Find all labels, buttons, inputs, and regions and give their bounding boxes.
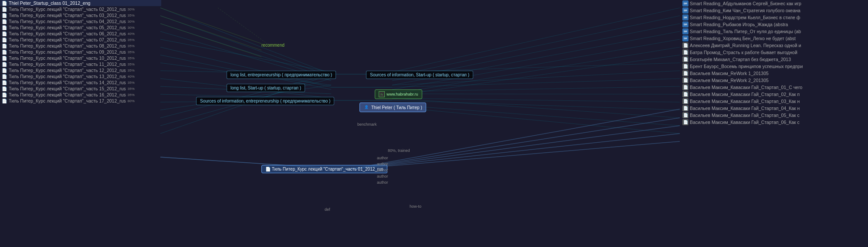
right-file-item[interactable]: 📄Васильев Максим_Кавасаки Гай_Стартап_01…: [681, 84, 868, 91]
right-file-item[interactable]: 📄Васильев Максим_ReWork 2_201305: [681, 77, 868, 84]
left-file-item[interactable]: 📄Тиль Питер_Курс лекций "Стартап"_часть …: [0, 43, 161, 49]
node-long-list-startup[interactable]: long list, Start-up ( startup, стартап ): [227, 84, 305, 92]
left-file-item[interactable]: 📄Тиль Питер_Курс лекций "Стартап"_часть …: [0, 61, 161, 67]
right-file-item[interactable]: 📄Васильев Максим_Кавасаки Гай_Стартап_06…: [681, 119, 868, 126]
pct-label: 80%: [128, 99, 135, 103]
left-file-item[interactable]: 📄Тиль Питер_Курс лекций "Стартап"_часть …: [0, 98, 161, 104]
right-file-item[interactable]: SRSmart Reading_Рыбаков Игорь_Жажда (abs…: [681, 21, 868, 28]
left-file-item[interactable]: 📄Тиль Питер_Курс лекций "Стартап"_часть …: [0, 37, 161, 43]
file-icon: 📄: [2, 80, 7, 85]
pct-label: 35%: [128, 44, 135, 48]
node-sources-entrepreneurship[interactable]: Sources of information, entrepreneurship…: [196, 97, 334, 105]
left-file-item[interactable]: 📄Тиль Питер_Курс лекций "Стартап"_часть …: [0, 92, 161, 98]
right-file-label: Алексеев Дмитрий_Running Lean. Пересказ …: [690, 43, 801, 48]
file-icon: 📄: [2, 44, 7, 48]
right-file-label: Васильев Максим_ReWork 2_201305: [690, 78, 769, 83]
right-file-label: Smart Reading_Рыбаков Игорь_Жажда (abstr…: [690, 22, 788, 27]
pct-label: 35%: [128, 81, 135, 85]
file-label: Тиль Питер_Курс лекций "Стартап"_часть 1…: [9, 86, 126, 91]
file-label: Тиль Питер_Курс лекций "Стартап"_часть 1…: [9, 74, 126, 79]
right-file-item[interactable]: 📄Брент Бауэрс_Восемь принципов успешных …: [681, 63, 868, 70]
left-file-item[interactable]: 📄Тиль Питер_Курс лекций "Стартап"_часть …: [0, 79, 161, 86]
right-file-item[interactable]: 📄Батра Промод_Страсть к работе бывает вы…: [681, 49, 868, 56]
left-file-item[interactable]: 📄Тиль Питер_Курс лекций "Стартап"_часть …: [0, 67, 161, 73]
pct-label: 35%: [128, 56, 135, 60]
file-label: Тиль Питер_Курс лекций "Стартап"_часть 1…: [9, 92, 126, 97]
file-label: Thiel Peter_Startup_class 01_2012_eng: [9, 0, 90, 6]
left-file-item[interactable]: 📄Тиль Питер_Курс лекций "Стартап"_часть …: [0, 49, 161, 55]
file-icon: 📄: [2, 99, 7, 103]
right-file-icon: 📄: [682, 49, 688, 55]
left-file-item[interactable]: 📄Тиль Питер_Курс лекций "Стартап"_часть …: [0, 55, 161, 61]
node-habrahabr[interactable]: h www.habrahabr.ru: [375, 89, 422, 99]
right-file-label: Smart Reading_Ким Чан_Стратегия голубого…: [690, 8, 800, 13]
pct-label: 30%: [128, 7, 135, 11]
right-file-item[interactable]: 📄Васильев Максим_ReWork 1_201305: [681, 70, 868, 77]
pct-label: 35%: [128, 62, 135, 66]
recommend-label: recommend: [261, 43, 285, 48]
file-icon: 📄: [2, 50, 7, 55]
right-file-icon: 📄: [682, 70, 688, 76]
left-file-item[interactable]: 📄Тиль Питер_Курс лекций "Стартап"_часть …: [0, 86, 161, 92]
left-file-item[interactable]: 📄Тиль Питер_Курс лекций "Стартап"_часть …: [0, 6, 161, 12]
benchmark-label: benchmark: [357, 122, 377, 127]
pct-label: 35%: [128, 14, 135, 17]
right-file-label: Smart Reading_Тиль Питер_От нуля до един…: [690, 29, 801, 34]
pct-label: 30%: [128, 20, 135, 24]
right-file-label: Smart Reading_Хоровиц Бен_Легко не будет…: [690, 36, 796, 41]
file-icon: 📄: [2, 68, 7, 73]
left-file-item[interactable]: 📄Тиль Питер_Курс лекций "Стартап"_часть …: [0, 73, 161, 79]
right-file-icon: SR: [682, 14, 688, 21]
file-label: Тиль Питер_Курс лекций "Стартап"_часть 0…: [9, 49, 126, 55]
file-icon: 📄: [2, 7, 7, 12]
file-icon: 📄: [2, 74, 7, 79]
pct-label: 35%: [128, 38, 135, 42]
pct-label: 35%: [128, 69, 135, 72]
left-file-item[interactable]: 📄Тиль Питер_Курс лекций "Стартап"_часть …: [0, 18, 161, 24]
right-file-label: Васильев Максим_ReWork 1_201305: [690, 71, 769, 76]
file-icon: 📄: [2, 25, 7, 30]
right-file-item[interactable]: SRSmart Reading_Абдульманов Сергей_Бизне…: [681, 0, 868, 7]
right-file-icon: 📄: [682, 42, 688, 48]
right-file-icon: 📄: [682, 56, 688, 62]
file-label: Тиль Питер_Курс лекций "Стартап"_часть 0…: [9, 31, 126, 36]
right-file-icon: SR: [682, 35, 688, 41]
right-file-icon: 📄: [682, 84, 688, 90]
node-long-list-entrepreneurship[interactable]: long list, entrepreneurship ( предприним…: [227, 71, 336, 79]
right-file-icon: SR: [682, 0, 688, 7]
pct-label: 40%: [128, 75, 135, 79]
right-file-label: Smart Reading_Абдульманов Сергей_Бизнес …: [690, 1, 801, 6]
pct-label: 35%: [128, 87, 135, 91]
right-file-item[interactable]: SRSmart Reading_Хоровиц Бен_Легко не буд…: [681, 35, 868, 42]
right-file-label: Васильев Максим_Кавасаки Гай_Стартап_04_…: [690, 106, 800, 111]
right-file-item[interactable]: 📄Васильев Максим_Кавасаки Гай_Стартап_03…: [681, 98, 868, 105]
right-file-item[interactable]: 📄Алексеев Дмитрий_Running Lean. Пересказ…: [681, 42, 868, 49]
left-file-item[interactable]: 📄Тиль Питер_Курс лекций "Стартап"_часть …: [0, 31, 161, 37]
left-file-item[interactable]: 📄Thiel Peter_Startup_class 01_2012_eng: [0, 0, 161, 6]
left-file-item[interactable]: 📄Тиль Питер_Курс лекций "Стартап"_часть …: [0, 12, 161, 18]
right-file-label: Батра Промод_Страсть к работе бывает выг…: [690, 50, 797, 55]
file-label: Тиль Питер_Курс лекций "Стартап"_часть 1…: [9, 55, 126, 61]
file-icon: 📄: [2, 38, 7, 42]
node-sources-startup[interactable]: Sources of information, Start-up ( start…: [366, 71, 473, 79]
right-file-item[interactable]: SRSmart Reading_Нордстрем Кьелл_Бизнес в…: [681, 14, 868, 21]
right-file-item[interactable]: SRSmart Reading_Тиль Питер_От нуля до ед…: [681, 28, 868, 35]
file-label: Тиль Питер_Курс лекций "Стартап"_часть 0…: [9, 19, 126, 24]
right-file-label: Smart Reading_Нордстрем Кьелл_Бизнес в с…: [690, 15, 800, 20]
right-file-icon: 📄: [682, 119, 688, 125]
file-label: Тиль Питер_Курс лекций "Стартап"_часть 0…: [9, 37, 126, 42]
left-file-item[interactable]: 📄Тиль Питер_Курс лекций "Стартап"_часть …: [0, 24, 161, 31]
right-file-icon: 📄: [682, 63, 688, 69]
file-label: Тиль Питер_Курс лекций "Стартап"_часть 1…: [9, 98, 126, 103]
right-file-item[interactable]: SRSmart Reading_Ким Чан_Стратегия голубо…: [681, 7, 868, 14]
right-file-item[interactable]: 📄Богатырёв Михаил_Стартап без бюджета_20…: [681, 56, 868, 63]
right-file-item[interactable]: 📄Васильев Максим_Кавасаки Гай_Стартап_04…: [681, 105, 868, 112]
file-label: Тиль Питер_Курс лекций "Стартап"_часть 1…: [9, 62, 126, 67]
node-thiel-peter[interactable]: 👤 Thiel Peter ( Тиль Питер ): [359, 103, 426, 112]
file-icon: 📄: [2, 1, 7, 6]
right-file-label: Васильев Максим_Кавасаки Гай_Стартап_05_…: [690, 113, 800, 118]
right-file-item[interactable]: 📄Васильев Максим_Кавасаки Гай_Стартап_02…: [681, 91, 868, 98]
right-file-icon: 📄: [682, 98, 688, 104]
file-icon: 📄: [2, 62, 7, 67]
right-file-item[interactable]: 📄Васильев Максим_Кавасаки Гай_Стартап_05…: [681, 112, 868, 119]
